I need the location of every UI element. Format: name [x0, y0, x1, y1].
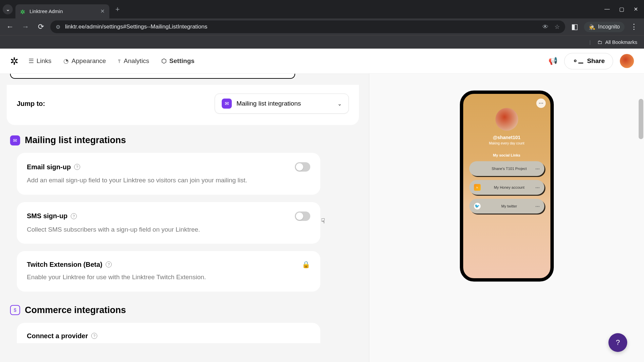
link-text: My twitter [483, 204, 535, 208]
site-settings-icon[interactable]: ⚙ [56, 24, 60, 30]
chevron-down-icon: ⌄ [6, 6, 10, 12]
minimize-button[interactable]: — [604, 6, 610, 12]
email-signup-toggle[interactable] [295, 162, 310, 172]
link-text: Shane's T101 Project [483, 167, 535, 171]
mailing-section-title: Mailing list integrations [25, 135, 126, 145]
nav-links[interactable]: ☰ Links [29, 57, 51, 65]
back-button[interactable]: ← [4, 22, 16, 31]
incognito-icon: 🕵 [589, 24, 595, 30]
app-content: ✲ ☰ Links ◔ Appearance ⫯ Analytics ⬡ Set… [0, 49, 644, 362]
mail-icon: ✉ [222, 99, 232, 109]
window-controls: — ▢ ✕ [604, 6, 641, 12]
input-field-partial[interactable] [10, 74, 295, 79]
settings-icon: ⬡ [161, 57, 167, 65]
address-bar[interactable]: ⚙ linktr.ee/admin/settings#Settings--Mai… [50, 20, 565, 33]
preview-link-1[interactable]: Shane's T101 Project ⋯ [469, 161, 544, 176]
preview-link-2[interactable]: h My Honey account ⋯ [469, 180, 544, 195]
commerce-section-title: Commerce integrations [25, 305, 126, 315]
close-window-button[interactable]: ✕ [634, 6, 638, 12]
tab-search-button[interactable]: ⌄ [3, 4, 13, 14]
main-nav: ☰ Links ◔ Appearance ⫯ Analytics ⬡ Setti… [29, 57, 195, 65]
email-signup-desc: Add an email sign-up field to your Linkt… [27, 176, 310, 185]
announcements-button[interactable]: 📢 [548, 57, 557, 65]
connect-provider-title: Connect a provider [27, 332, 88, 340]
jump-to-label: Jump to: [17, 100, 45, 108]
tracking-blocked-icon[interactable]: 👁 [542, 23, 548, 31]
link-menu-icon: ⋯ [535, 185, 540, 190]
help-icon[interactable]: ? [91, 333, 97, 339]
share-button[interactable]: ⚬⚊ Share [564, 53, 613, 69]
divider: | [589, 39, 591, 45]
help-icon[interactable]: ? [71, 213, 77, 219]
jump-to-card: Jump to: ✉ Mailing list integrations ⌄ [7, 85, 359, 125]
bookmarks-bar: | 🗀 All Bookmarks [0, 35, 644, 49]
jump-selected-value: Mailing list integrations [236, 100, 301, 107]
close-tab-button[interactable]: ✕ [100, 8, 105, 14]
lock-icon[interactable]: 🔒 [302, 260, 310, 268]
phone-preview: ⋯ @shanet101 Making every day count My s… [460, 90, 554, 282]
twitch-extension-title: Twitch Extension (Beta) [27, 261, 102, 268]
bookmark-star-icon[interactable]: ☆ [554, 23, 560, 31]
links-icon: ☰ [29, 57, 34, 65]
help-icon[interactable]: ? [106, 261, 112, 267]
incognito-indicator[interactable]: 🕵 Incognito [584, 22, 625, 32]
linktree-favicon-icon: ✲ [20, 8, 26, 14]
link-menu-icon: ⋯ [535, 204, 540, 209]
twitch-extension-desc: Enable your Linktree for use with the Li… [27, 273, 310, 282]
linktree-logo[interactable]: ✲ [10, 55, 18, 67]
link-menu-icon: ⋯ [535, 166, 540, 171]
preview-link-3[interactable]: 🐦 My twitter ⋯ [469, 199, 544, 214]
twitter-icon: 🐦 [474, 203, 481, 209]
commerce-section-header: $ Commerce integrations [10, 305, 359, 315]
browser-tab-strip: ⌄ ✲ Linktree Admin ✕ + — ▢ ✕ [0, 0, 644, 18]
sms-signup-title: SMS sign-up [27, 212, 67, 220]
mailing-section-header: ✉ Mailing list integrations [10, 135, 359, 145]
sms-signup-toggle[interactable] [295, 212, 310, 221]
forward-button[interactable]: → [19, 22, 32, 31]
sms-signup-card: SMS sign-up ? Collect SMS subscribers wi… [17, 202, 320, 244]
share-icon: ⚬⚊ [573, 57, 584, 65]
all-bookmarks-button[interactable]: 🗀 All Bookmarks [597, 39, 637, 45]
jump-to-dropdown[interactable]: ✉ Mailing list integrations ⌄ [215, 94, 349, 114]
email-signup-title: Email sign-up [27, 163, 71, 171]
nav-settings[interactable]: ⬡ Settings [161, 57, 195, 65]
toggle-knob [296, 163, 303, 171]
appearance-icon: ◔ [63, 57, 69, 65]
url-text: linktr.ee/admin/settings#Settings--Maili… [65, 23, 207, 30]
browser-menu-button[interactable]: ⋮ [628, 22, 640, 31]
folder-icon: 🗀 [597, 39, 602, 45]
maximize-button[interactable]: ▢ [619, 6, 624, 12]
profile-handle: @shanet101 [493, 135, 520, 140]
sms-signup-desc: Collect SMS subscribers with a sign-up f… [27, 225, 310, 235]
tab-title: Linktree Admin [30, 8, 97, 14]
profile-tagline: Making every day count [489, 141, 525, 145]
help-icon[interactable]: ? [74, 164, 80, 170]
honey-icon: h [474, 184, 481, 191]
phone-menu-button[interactable]: ⋯ [536, 99, 546, 108]
side-panel-button[interactable]: ◧ [569, 22, 581, 31]
nav-appearance[interactable]: ◔ Appearance [63, 57, 106, 65]
browser-tab[interactable]: ✲ Linktree Admin ✕ [15, 4, 109, 18]
help-icon: ? [616, 338, 620, 347]
chevron-down-icon: ⌄ [337, 101, 342, 107]
links-heading: My social Links [493, 153, 520, 157]
settings-column: Jump to: ✉ Mailing list integrations ⌄ ✉… [0, 74, 369, 362]
analytics-icon: ⫯ [118, 58, 121, 65]
preview-column: ⋯ @shanet101 Making every day count My s… [369, 74, 644, 362]
link-text: My Honey account [483, 185, 535, 189]
toggle-knob [296, 213, 303, 220]
reload-button[interactable]: ⟳ [35, 22, 47, 31]
profile-avatar [495, 108, 518, 131]
scrollbar[interactable] [639, 99, 643, 139]
browser-toolbar: ← → ⟳ ⚙ linktr.ee/admin/settings#Setting… [0, 18, 644, 35]
email-signup-card: Email sign-up ? Add an email sign-up fie… [17, 153, 320, 195]
mail-section-icon: ✉ [10, 135, 20, 145]
new-tab-button[interactable]: + [115, 5, 120, 14]
app-topbar: ✲ ☰ Links ◔ Appearance ⫯ Analytics ⬡ Set… [0, 49, 644, 74]
dollar-section-icon: $ [10, 305, 20, 315]
twitch-extension-card: Twitch Extension (Beta) ? 🔒 Enable your … [17, 251, 320, 292]
help-fab-button[interactable]: ? [608, 333, 627, 352]
connect-provider-card: Connect a provider ? [17, 323, 320, 343]
user-avatar[interactable] [620, 54, 634, 68]
nav-analytics[interactable]: ⫯ Analytics [118, 57, 149, 65]
